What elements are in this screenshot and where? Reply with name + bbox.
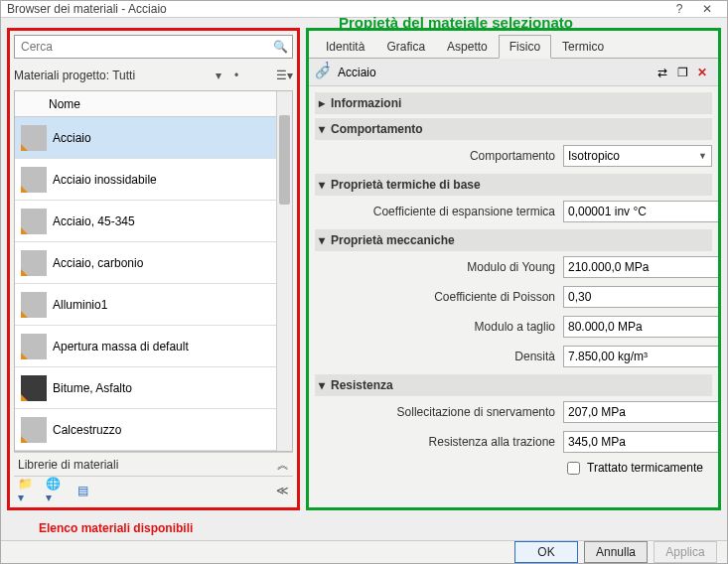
library-open-icon[interactable]: 📁▾ [18, 482, 36, 499]
material-row[interactable]: Bitume, Asfalto [15, 367, 276, 409]
material-name: Alluminio1 [53, 298, 107, 312]
material-swatch [21, 375, 47, 401]
material-row[interactable]: Alluminio1 [15, 284, 276, 326]
material-swatch [21, 292, 47, 318]
ok-button[interactable]: OK [514, 541, 578, 563]
checkbox-trattato-termicamente[interactable] [567, 462, 580, 475]
scrollbar[interactable] [276, 91, 292, 451]
column-header-name[interactable]: Nome [15, 91, 276, 117]
material-name: Calcestruzzo [53, 423, 121, 437]
library-cloud-icon[interactable]: 🌐▾ [46, 482, 64, 499]
select-comportamento[interactable]: Isotropico▼ [563, 145, 712, 167]
group-resistenza[interactable]: ▾Resistenza [315, 374, 712, 396]
label-trattato-termicamente: Trattato termicamente [587, 461, 703, 475]
label-trazione: Resistenza alla trazione [315, 435, 563, 449]
material-swatch [21, 250, 47, 276]
material-name: Apertura massa di default [53, 340, 189, 353]
input-modulo-young[interactable] [563, 256, 718, 278]
input-densita[interactable] [563, 346, 718, 367]
label-densita: Densità [315, 350, 563, 363]
duplicate-asset-icon[interactable]: ❐ [672, 66, 692, 79]
input-coeff-espansione[interactable] [563, 201, 718, 222]
material-swatch [21, 167, 47, 193]
annotation-materials-list: Elenco materiali disponibili [39, 521, 193, 535]
material-row[interactable]: Apertura massa di default [15, 326, 276, 367]
material-name: Acciaio [53, 131, 91, 145]
link-icon[interactable]: 🔗1 [315, 66, 330, 79]
library-sheet-icon[interactable]: ▤ [73, 482, 91, 499]
help-button[interactable]: ? [665, 2, 693, 16]
label-poisson: Coefficiente di Poisson [315, 290, 563, 304]
replace-asset-icon[interactable]: ⇄ [653, 66, 672, 79]
collapse-toolbar-icon[interactable]: ≪ [276, 485, 289, 496]
input-modulo-taglio[interactable] [563, 316, 718, 338]
property-tabs: IdentitàGraficaAspettoFisicoTermico [309, 31, 718, 59]
label-snervamento: Sollecitazione di snervamento [315, 405, 563, 419]
properties-pane: IdentitàGraficaAspettoFisicoTermico 🔗1 A… [306, 28, 721, 510]
chevron-down-icon: ▾ [319, 178, 331, 192]
tab-termico[interactable]: Termico [551, 35, 615, 58]
material-row[interactable]: Acciaio [15, 117, 276, 159]
material-swatch [21, 417, 47, 443]
chevron-down-icon: ▾ [319, 122, 331, 136]
tab-grafica[interactable]: Grafica [375, 35, 436, 58]
search-input-container[interactable]: 🔍 [14, 35, 293, 59]
group-comportamento[interactable]: ▾Comportamento [315, 118, 712, 140]
material-row[interactable]: Acciaio, carbonio [15, 242, 276, 284]
tab-aspetto[interactable]: Aspetto [436, 35, 499, 58]
material-swatch [21, 334, 47, 359]
chevron-right-icon: ▸ [319, 96, 331, 110]
material-name-header: Acciaio [338, 66, 653, 79]
cancel-button[interactable]: Annulla [584, 541, 648, 563]
material-swatch [21, 209, 47, 234]
view-mode-icon[interactable]: ☰▾ [275, 69, 293, 82]
group-meccaniche[interactable]: ▾Proprietà meccaniche [315, 229, 712, 251]
label-coeff-espansione: Coefficiente di espansione termica [315, 205, 563, 218]
label-comportamento: Comportamento [315, 149, 563, 163]
chevron-down-icon: ▾ [319, 233, 331, 247]
group-termiche-base[interactable]: ▾Proprietà termiche di base [315, 174, 712, 196]
delete-asset-icon[interactable]: ✕ [692, 66, 712, 79]
expand-libraries-icon[interactable]: ︽ [277, 459, 289, 471]
materials-list: Nome AcciaioAcciaio inossidabileAcciaio,… [15, 91, 276, 451]
tab-fisico[interactable]: Fisico [499, 35, 551, 59]
tab-identità[interactable]: Identità [315, 35, 375, 58]
label-modulo-young: Modulo di Young [315, 260, 563, 274]
apply-button: Applica [654, 541, 717, 563]
project-filter-label[interactable]: Materiali progetto: Tutti [14, 69, 210, 82]
material-row[interactable]: Acciaio inossidabile [15, 159, 276, 201]
filter-icon[interactable]: ▾ [210, 69, 227, 82]
scrollbar-thumb[interactable] [279, 115, 290, 205]
materials-list-pane: 🔍 Materiali progetto: Tutti ▾ • ☰▾ Nome … [7, 28, 300, 510]
material-row[interactable]: Acciaio, 45-345 [15, 201, 276, 242]
refresh-icon[interactable]: • [227, 69, 245, 82]
group-informazioni[interactable]: ▸Informazioni [315, 92, 712, 114]
chevron-down-icon: ▼ [698, 151, 707, 161]
material-name: Acciaio, carbonio [53, 256, 143, 270]
libraries-header[interactable]: Librerie di materiali [18, 458, 277, 472]
search-icon[interactable]: 🔍 [273, 40, 288, 54]
material-name: Bitume, Asfalto [53, 381, 132, 395]
chevron-down-icon: ▾ [319, 378, 331, 392]
material-name: Acciaio inossidabile [53, 173, 157, 187]
input-poisson[interactable] [563, 286, 718, 308]
input-snervamento[interactable] [563, 401, 718, 423]
search-input[interactable] [19, 39, 273, 55]
close-button[interactable]: ✕ [693, 2, 721, 16]
material-name: Acciaio, 45-345 [53, 214, 135, 228]
material-swatch [21, 125, 47, 151]
label-modulo-taglio: Modulo a taglio [315, 320, 563, 334]
material-row[interactable]: Calcestruzzo [15, 409, 276, 451]
input-trazione[interactable] [563, 431, 718, 453]
